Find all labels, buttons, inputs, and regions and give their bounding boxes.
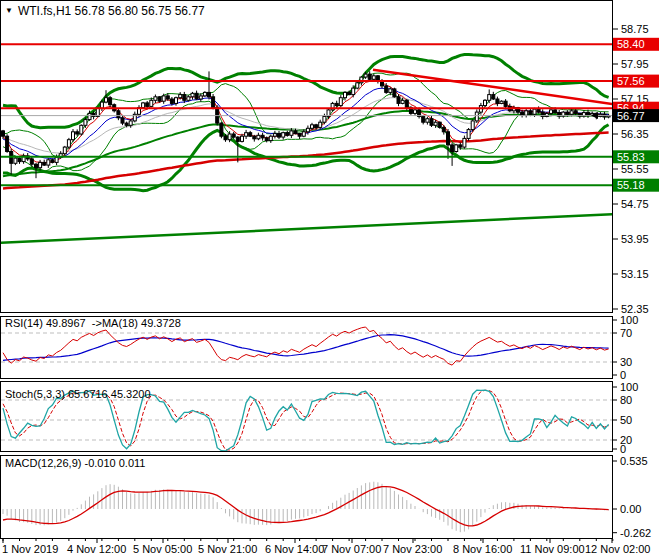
candle-bear (166, 96, 169, 99)
candle-bear (574, 111, 577, 114)
candle-bull (319, 122, 322, 127)
candle-bull (175, 98, 178, 104)
price-tick-label: 53.15 (621, 268, 649, 280)
candle-bear (236, 137, 239, 141)
candle-bull (241, 136, 244, 141)
candle-bull (199, 96, 202, 99)
candle-bull (455, 145, 458, 152)
candle-bull (414, 110, 417, 114)
candle-bear (183, 95, 186, 101)
candle-bear (385, 86, 388, 93)
candle-bull (67, 140, 70, 147)
rsi-indicator-label: RSI(14) 49.8967 ->MA(18) 49.3728 (5, 317, 181, 329)
candle-bull (55, 157, 58, 162)
price-tick-label: 57.95 (621, 58, 649, 70)
trading-chart-window: 58.7557.9557.1556.3555.5554.7553.9553.15… (0, 0, 660, 560)
price-tick-label: 56.35 (621, 128, 649, 140)
price-axis[interactable]: 58.7557.9557.1556.3555.5554.7553.9553.15… (613, 23, 659, 539)
candle-bull (306, 128, 309, 132)
candle-bull (162, 96, 165, 101)
time-tick-label: 7 Nov 23:00 (383, 543, 442, 555)
candle-bull (257, 135, 260, 139)
candle-bull (191, 93, 194, 97)
candle-bear (504, 101, 507, 106)
candle-bear (146, 103, 149, 107)
candle-bull (550, 110, 553, 114)
price-badge-label: 55.83 (617, 151, 645, 163)
candle-bear (125, 123, 128, 125)
macd-axis-tick-label: -0.262 (620, 527, 651, 539)
time-tick-label: 8 Nov 16:00 (453, 543, 512, 555)
macd-axis-tick-label: 0.535 (620, 455, 648, 467)
candle-bear (315, 125, 318, 128)
candle-bull (245, 133, 248, 137)
candle-bear (393, 89, 396, 97)
time-axis[interactable]: 1 Nov 20194 Nov 12:005 Nov 05:005 Nov 21… (2, 539, 650, 555)
candle-bull (467, 130, 470, 139)
candle-bull (426, 119, 429, 123)
candle-bull (290, 131, 293, 135)
candle-bear (170, 99, 173, 103)
candle-bull (269, 136, 272, 140)
time-tick-label: 5 Nov 05:00 (133, 543, 192, 555)
candle-bear (6, 136, 9, 151)
candle-bull (203, 92, 206, 96)
candle-bull (475, 112, 478, 121)
candle-bull (302, 132, 305, 136)
candle-bull (434, 122, 437, 125)
candle-bull (142, 103, 145, 108)
candle-bull (463, 138, 466, 147)
candle-bull (273, 134, 276, 137)
chart-canvas[interactable]: 58.7557.9557.1556.3555.5554.7553.9553.15… (0, 0, 660, 560)
candle-bull (228, 134, 231, 140)
candle-bull (154, 97, 157, 101)
candle-bear (76, 132, 79, 134)
candle-bull (80, 125, 83, 134)
candle-bull (282, 133, 285, 137)
time-tick-label: 7 Nov 07:00 (322, 543, 381, 555)
candle-bear (35, 164, 38, 168)
candle-bull (63, 147, 66, 154)
stoch-indicator-label: Stoch(5,3,3) 65.6716 45.3200 (5, 388, 151, 400)
candle-bear (117, 111, 120, 118)
macd-axis-tick-label: 0.00 (620, 503, 641, 515)
candle-bull (401, 100, 404, 103)
candle-bear (18, 158, 21, 162)
candle-bear (348, 92, 351, 94)
candle-bear (286, 133, 289, 136)
candle-bull (187, 97, 190, 101)
stoch-axis-tick-label: 80 (620, 394, 632, 406)
candle-bull (471, 121, 474, 130)
candle-bull (500, 101, 503, 103)
candle-bear (249, 133, 252, 137)
candle-bear (405, 100, 408, 107)
time-tick-label: 11 Nov 09:00 (520, 543, 585, 555)
candle-bull (84, 120, 87, 126)
candle-bear (278, 134, 281, 138)
candle-bear (368, 74, 371, 79)
price-tick-label: 58.75 (621, 23, 649, 35)
candle-bull (488, 95, 491, 101)
candle-bull (129, 121, 132, 125)
chart-title: ▼WTI.fs,H1 56.78 56.80 56.75 56.77 (5, 4, 205, 18)
price-tick-label: 54.75 (621, 198, 649, 210)
candle-bear (253, 136, 256, 139)
symbol-dropdown-icon[interactable]: ▼ (5, 6, 13, 15)
candle-bull (72, 132, 75, 140)
candle-bull (39, 162, 42, 167)
candle-bull (344, 92, 347, 97)
candle-bull (88, 113, 91, 119)
time-tick-label: 12 Nov 02:00 (585, 543, 650, 555)
candle-bear (224, 136, 227, 140)
candle-bear (43, 162, 46, 165)
candle-bull (356, 83, 359, 88)
candle-bull (339, 98, 342, 106)
rsi-axis-tick-label: 100 (620, 314, 638, 326)
stoch-axis-tick-label: 50 (620, 414, 632, 426)
candle-bear (265, 138, 268, 141)
candle-bear (232, 134, 235, 137)
price-badge-label: 57.56 (617, 75, 645, 87)
candle-bull (372, 76, 375, 80)
rsi-axis-tick-label: 70 (620, 327, 632, 339)
candle-bear (459, 145, 462, 147)
